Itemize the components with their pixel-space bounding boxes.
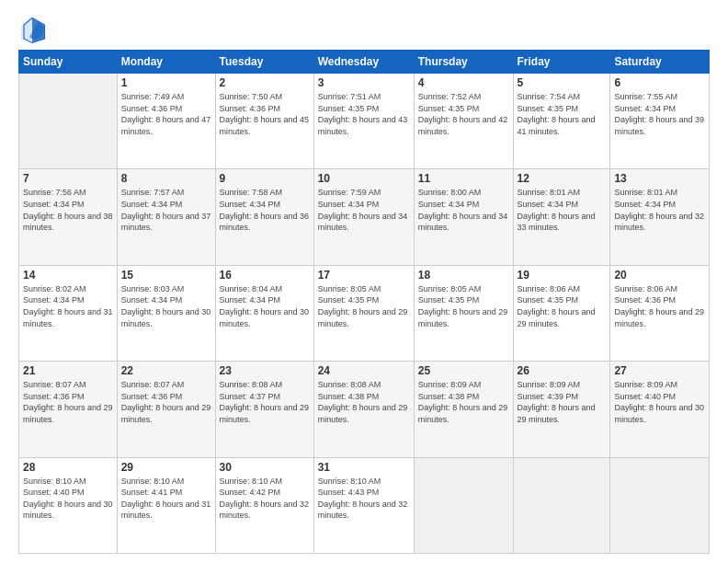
day-info: Sunrise: 8:02 AMSunset: 4:34 PMDaylight:… xyxy=(23,284,113,328)
day-number: 24 xyxy=(318,364,410,377)
calendar-day-cell: 24 Sunrise: 8:08 AMSunset: 4:38 PMDaylig… xyxy=(313,362,414,457)
day-info: Sunrise: 7:57 AMSunset: 4:34 PMDaylight:… xyxy=(121,188,211,232)
calendar-day-cell xyxy=(513,457,610,553)
calendar-day-cell: 3 Sunrise: 7:51 AMSunset: 4:35 PMDayligh… xyxy=(313,74,414,169)
day-number: 6 xyxy=(614,76,705,89)
day-number: 31 xyxy=(318,461,410,474)
calendar-day-cell: 31 Sunrise: 8:10 AMSunset: 4:43 PMDaylig… xyxy=(313,457,414,553)
svg-marker-3 xyxy=(32,18,45,43)
logo xyxy=(18,17,50,44)
day-info: Sunrise: 8:01 AMSunset: 4:34 PMDaylight:… xyxy=(518,188,596,232)
day-number: 1 xyxy=(121,76,211,89)
day-number: 20 xyxy=(614,269,705,282)
header-row xyxy=(18,17,710,44)
calendar-day-cell: 20 Sunrise: 8:06 AMSunset: 4:36 PMDaylig… xyxy=(610,265,710,361)
day-info: Sunrise: 8:08 AMSunset: 4:38 PMDaylight:… xyxy=(318,380,408,424)
calendar-day-cell: 25 Sunrise: 8:09 AMSunset: 4:38 PMDaylig… xyxy=(414,362,513,457)
day-info: Sunrise: 8:10 AMSunset: 4:43 PMDaylight:… xyxy=(318,477,408,521)
day-number: 23 xyxy=(220,364,310,377)
day-info: Sunrise: 8:06 AMSunset: 4:36 PMDaylight:… xyxy=(614,284,704,328)
day-info: Sunrise: 7:58 AMSunset: 4:34 PMDaylight:… xyxy=(220,188,310,232)
day-info: Sunrise: 8:10 AMSunset: 4:41 PMDaylight:… xyxy=(121,477,211,521)
weekday-header-cell: Saturday xyxy=(610,51,710,74)
day-number: 11 xyxy=(418,172,509,185)
day-number: 5 xyxy=(518,76,607,89)
day-number: 7 xyxy=(23,172,113,185)
calendar-day-cell: 27 Sunrise: 8:09 AMSunset: 4:40 PMDaylig… xyxy=(610,362,710,457)
calendar-day-cell: 19 Sunrise: 8:06 AMSunset: 4:35 PMDaylig… xyxy=(513,265,610,361)
calendar-day-cell: 18 Sunrise: 8:05 AMSunset: 4:35 PMDaylig… xyxy=(414,265,513,361)
day-number: 29 xyxy=(121,461,211,474)
day-info: Sunrise: 8:04 AMSunset: 4:34 PMDaylight:… xyxy=(220,284,310,328)
calendar-day-cell: 7 Sunrise: 7:56 AMSunset: 4:34 PMDayligh… xyxy=(19,169,118,265)
calendar-day-cell: 8 Sunrise: 7:57 AMSunset: 4:34 PMDayligh… xyxy=(117,169,215,265)
day-number: 19 xyxy=(518,269,607,282)
calendar-day-cell: 13 Sunrise: 8:01 AMSunset: 4:34 PMDaylig… xyxy=(610,169,710,265)
weekday-header-cell: Sunday xyxy=(19,51,118,74)
day-number: 30 xyxy=(220,461,310,474)
day-info: Sunrise: 7:56 AMSunset: 4:34 PMDaylight:… xyxy=(23,188,113,232)
day-number: 4 xyxy=(418,76,509,89)
day-number: 25 xyxy=(418,364,509,377)
weekday-header-cell: Wednesday xyxy=(313,51,414,74)
day-info: Sunrise: 7:59 AMSunset: 4:34 PMDaylight:… xyxy=(318,188,408,232)
day-number: 21 xyxy=(23,364,113,377)
day-number: 14 xyxy=(23,269,113,282)
day-info: Sunrise: 8:03 AMSunset: 4:34 PMDaylight:… xyxy=(121,284,211,328)
calendar-day-cell: 9 Sunrise: 7:58 AMSunset: 4:34 PMDayligh… xyxy=(215,169,313,265)
day-info: Sunrise: 8:09 AMSunset: 4:38 PMDaylight:… xyxy=(418,380,508,424)
calendar-day-cell xyxy=(610,457,710,553)
logo-icon xyxy=(18,17,46,44)
day-info: Sunrise: 8:07 AMSunset: 4:36 PMDaylight:… xyxy=(121,380,211,424)
calendar-day-cell: 23 Sunrise: 8:08 AMSunset: 4:37 PMDaylig… xyxy=(215,362,313,457)
calendar-day-cell: 17 Sunrise: 8:05 AMSunset: 4:35 PMDaylig… xyxy=(313,265,414,361)
day-info: Sunrise: 8:10 AMSunset: 4:40 PMDaylight:… xyxy=(23,477,113,521)
page: SundayMondayTuesdayWednesdayThursdayFrid… xyxy=(0,0,728,563)
weekday-header-row: SundayMondayTuesdayWednesdayThursdayFrid… xyxy=(19,51,710,74)
day-number: 8 xyxy=(121,172,211,185)
day-number: 27 xyxy=(614,364,705,377)
day-info: Sunrise: 8:06 AMSunset: 4:35 PMDaylight:… xyxy=(518,284,596,328)
calendar-week-row: 1 Sunrise: 7:49 AMSunset: 4:36 PMDayligh… xyxy=(19,74,710,169)
calendar-day-cell: 30 Sunrise: 8:10 AMSunset: 4:42 PMDaylig… xyxy=(215,457,313,553)
calendar-body: 1 Sunrise: 7:49 AMSunset: 4:36 PMDayligh… xyxy=(19,74,710,554)
weekday-header-cell: Thursday xyxy=(414,51,513,74)
calendar-week-row: 28 Sunrise: 8:10 AMSunset: 4:40 PMDaylig… xyxy=(19,457,710,553)
day-info: Sunrise: 8:05 AMSunset: 4:35 PMDaylight:… xyxy=(318,284,408,328)
day-info: Sunrise: 8:10 AMSunset: 4:42 PMDaylight:… xyxy=(220,477,310,521)
day-number: 15 xyxy=(121,269,211,282)
day-number: 10 xyxy=(318,172,410,185)
day-number: 2 xyxy=(220,76,310,89)
calendar-day-cell: 16 Sunrise: 8:04 AMSunset: 4:34 PMDaylig… xyxy=(215,265,313,361)
day-info: Sunrise: 8:08 AMSunset: 4:37 PMDaylight:… xyxy=(220,380,310,424)
calendar-day-cell: 12 Sunrise: 8:01 AMSunset: 4:34 PMDaylig… xyxy=(513,169,610,265)
calendar-day-cell: 26 Sunrise: 8:09 AMSunset: 4:39 PMDaylig… xyxy=(513,362,610,457)
weekday-header-cell: Friday xyxy=(513,51,610,74)
day-number: 16 xyxy=(220,269,310,282)
day-number: 26 xyxy=(518,364,607,377)
weekday-header-cell: Tuesday xyxy=(215,51,313,74)
day-info: Sunrise: 7:54 AMSunset: 4:35 PMDaylight:… xyxy=(518,92,596,136)
calendar-day-cell: 2 Sunrise: 7:50 AMSunset: 4:36 PMDayligh… xyxy=(215,74,313,169)
calendar-week-row: 7 Sunrise: 7:56 AMSunset: 4:34 PMDayligh… xyxy=(19,169,710,265)
calendar-day-cell xyxy=(19,74,118,169)
calendar-day-cell: 11 Sunrise: 8:00 AMSunset: 4:34 PMDaylig… xyxy=(414,169,513,265)
calendar-day-cell xyxy=(414,457,513,553)
calendar-day-cell: 15 Sunrise: 8:03 AMSunset: 4:34 PMDaylig… xyxy=(117,265,215,361)
day-info: Sunrise: 8:05 AMSunset: 4:35 PMDaylight:… xyxy=(418,284,508,328)
day-number: 13 xyxy=(614,172,705,185)
calendar-week-row: 14 Sunrise: 8:02 AMSunset: 4:34 PMDaylig… xyxy=(19,265,710,361)
day-info: Sunrise: 7:50 AMSunset: 4:36 PMDaylight:… xyxy=(220,92,310,136)
day-info: Sunrise: 8:09 AMSunset: 4:39 PMDaylight:… xyxy=(518,380,596,424)
day-number: 3 xyxy=(318,76,410,89)
day-number: 22 xyxy=(121,364,211,377)
calendar-day-cell: 29 Sunrise: 8:10 AMSunset: 4:41 PMDaylig… xyxy=(117,457,215,553)
day-number: 28 xyxy=(23,461,113,474)
calendar-table: SundayMondayTuesdayWednesdayThursdayFrid… xyxy=(18,50,710,554)
calendar-day-cell: 22 Sunrise: 8:07 AMSunset: 4:36 PMDaylig… xyxy=(117,362,215,457)
calendar-day-cell: 4 Sunrise: 7:52 AMSunset: 4:35 PMDayligh… xyxy=(414,74,513,169)
weekday-header-cell: Monday xyxy=(117,51,215,74)
day-info: Sunrise: 7:51 AMSunset: 4:35 PMDaylight:… xyxy=(318,92,408,136)
day-info: Sunrise: 7:49 AMSunset: 4:36 PMDaylight:… xyxy=(121,92,211,136)
calendar-day-cell: 6 Sunrise: 7:55 AMSunset: 4:34 PMDayligh… xyxy=(610,74,710,169)
